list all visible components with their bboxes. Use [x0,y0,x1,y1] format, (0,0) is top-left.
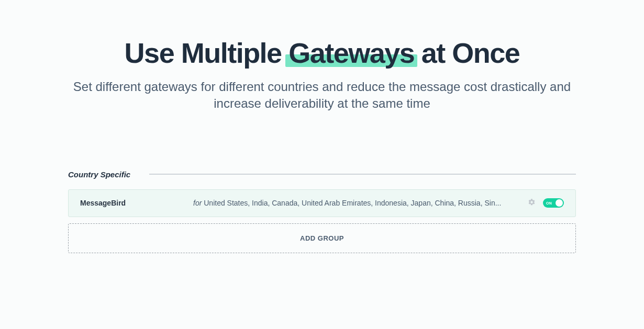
gateway-actions: ON [528,198,564,208]
add-group-button[interactable]: ADD GROUP [68,223,576,253]
title-highlight: Gateways [288,37,414,69]
section-label: Country Specific [68,170,130,179]
page-title: Use Multiple Gateways at Once [68,37,576,69]
gateway-toggle[interactable]: ON [543,198,564,208]
toggle-on-label: ON [546,201,552,205]
gateway-row[interactable]: MessageBird for United States, India, Ca… [68,189,576,217]
gear-icon[interactable] [528,198,536,208]
section-divider [149,174,576,175]
gateway-for-label: for [193,199,202,207]
section-header: Country Specific [68,170,576,179]
title-highlight-wrap: Gateways [288,37,414,69]
gateway-country-list: United States, India, Canada, United Ara… [202,199,501,207]
hero: Use Multiple Gateways at Once Set differ… [68,37,576,112]
gateway-name: MessageBird [80,199,185,207]
country-specific-section: Country Specific MessageBird for United … [68,170,576,253]
title-post: at Once [414,37,519,69]
page-subtitle: Set different gateways for different cou… [68,78,576,112]
toggle-knob [556,199,563,207]
title-pre: Use Multiple [125,37,289,69]
gateway-countries: for United States, India, Canada, United… [193,199,519,207]
